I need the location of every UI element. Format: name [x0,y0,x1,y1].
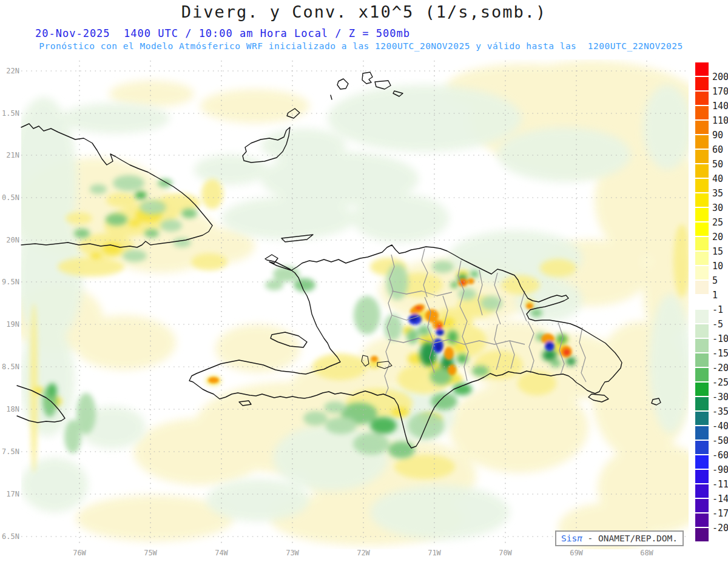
lon-tick-label: 72W [351,549,376,557]
colorbar-segment [695,484,709,498]
colorbar-segment [695,383,709,396]
contour-fill-field [10,61,713,552]
lat-tick-label: 8.5N [0,363,19,371]
colorbar-tick-label: -1 [712,304,723,315]
colorbar-tick-label: -60 [712,450,728,461]
colorbar-tick-label: 200 [712,72,728,82]
colorbar-segment [695,164,709,178]
lat-tick-label: 18N [0,405,19,413]
lat-tick-label: 9.5N [0,278,19,286]
colorbar-tick-label: -25 [712,377,728,388]
colorbar-segment [695,150,709,163]
colorbar-tick-label: -50 [712,435,728,446]
colorbar-tick-label: 25 [712,217,723,228]
colorbar-segment [695,368,709,381]
colorbar-tick-label: -35 [712,406,728,417]
lat-tick-label: 19N [0,320,19,329]
lat-tick-label: 1.5N [0,109,19,118]
weather-map-page: Diverg. y Conv. x10^5 (1/s,somb.) 20-Nov… [0,0,728,562]
colorbar-segment [695,252,709,265]
colorbar-segment [695,412,709,425]
north-caicos-island [362,72,372,84]
colorbar [695,62,709,543]
colorbar-segment [695,339,709,352]
lat-tick-label: 17N [0,490,19,498]
lon-tick-label: 75W [138,549,163,557]
lon-tick-label: 68W [635,549,659,557]
colorbar-labels: 2001701401109060504035302520151051-1-5-1… [712,62,728,543]
colorbar-segment [695,77,709,90]
lon-tick-label: 69W [564,549,588,557]
colorbar-tick-label: -140 [712,493,728,504]
colorbar-tick-label: 90 [712,130,723,141]
lon-tick-label: 74W [209,549,234,557]
colorbar-tick-label: 30 [712,202,723,213]
lat-tick-label: 21N [0,151,19,159]
colorbar-tick-label: 15 [712,246,723,257]
lon-tick-label: 70W [493,549,517,557]
colorbar-segment [695,281,709,294]
onamet-label: - ONAMET/REP.DOM. [582,534,678,543]
colorbar-segment [695,441,709,454]
colorbar-tick-label: -90 [712,464,728,475]
forecast-map [0,0,728,562]
colorbar-tick-label: 1 [712,290,718,301]
colorbar-tick-label: 35 [712,188,723,199]
colorbar-segment [695,513,709,527]
colorbar-tick-label: -170 [712,508,728,519]
colorbar-segment [695,324,709,338]
colorbar-tick-label: 50 [712,159,723,170]
colorbar-segment [695,353,709,367]
map-title: Diverg. y Conv. x10^5 (1/s,somb.) [0,2,728,21]
colorbar-segment [695,426,709,440]
colorbar-tick-label: -20 [712,363,728,373]
colorbar-segment [695,528,709,541]
colorbar-segment [695,499,709,512]
caicos-islet [331,95,332,99]
lon-tick-label: 71W [422,549,447,557]
colorbar-segment [695,208,709,221]
colorbar-segment [695,455,709,469]
colorbar-segment [695,470,709,483]
colorbar-tick-label: 10 [712,261,723,272]
colorbar-segment [695,222,709,236]
colorbar-tick-label: 20 [712,232,723,243]
pi-symbol: π [577,534,582,543]
lat-tick-label: 0.5N [0,193,19,202]
colorbar-tick-label: 40 [712,173,723,184]
colorbar-segment [695,92,709,105]
colorbar-tick-label: 110 [712,115,728,126]
colorbar-segment [695,295,709,309]
attribution-box: Sisπ - ONAMET/REP.DOM. [555,530,684,546]
model-init-line: Pronóstico con el Modelo Atmósferico WRF… [0,41,722,51]
colorbar-segment [695,397,709,410]
colorbar-tick-label: -40 [712,421,728,432]
valid-datetime-line: 20-Nov-2025 1400 UTC / 10:00 am Hora Loc… [35,27,410,39]
colorbar-segment [695,135,709,149]
colorbar-tick-label: 60 [712,144,723,155]
colorbar-tick-label: 140 [712,101,728,112]
colorbar-tick-label: -15 [712,348,728,359]
colorbar-segment [695,62,709,76]
colorbar-segment [695,121,709,134]
colorbar-segment [695,266,709,279]
caicos-islands [337,79,348,89]
colorbar-tick-label: -5 [712,319,723,330]
lat-tick-label: 20N [0,236,19,244]
colorbar-segment [695,310,709,323]
colorbar-tick-label: 170 [712,86,728,97]
lon-tick-label: 73W [280,549,305,557]
lat-tick-label: 7.5N [0,447,19,456]
lat-tick-label: 6.5N [0,532,19,541]
colorbar-segment [695,106,709,119]
lat-tick-label: 22N [0,67,19,75]
colorbar-segment [695,237,709,250]
colorbar-tick-label: -10 [712,333,728,344]
colorbar-tick-label: 5 [712,275,718,286]
colorbar-segment [695,193,709,207]
colorbar-tick-label: -110 [712,479,728,490]
colorbar-tick-label: -30 [712,392,728,403]
colorbar-segment [695,179,709,192]
sispi-brand: Sis [561,534,577,543]
lon-tick-label: 76W [67,549,92,557]
